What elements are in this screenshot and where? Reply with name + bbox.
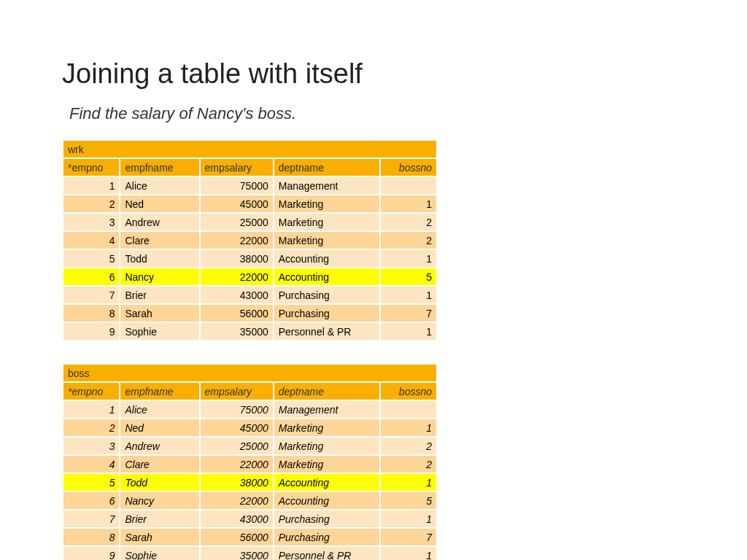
column-header-bossno: bossno: [380, 158, 437, 176]
boss-table: boss*empnoempfnameempsalarydeptnamebossn…: [62, 363, 438, 560]
table-row: 8Sarah56000Purchasing7: [63, 304, 437, 322]
table-row: 2Ned45000Marketing1: [63, 419, 437, 437]
page-title: Joining a table with itself: [62, 58, 685, 90]
column-header-empsalary: empsalary: [200, 158, 274, 176]
page-subtitle: Find the salary of Nancy's boss.: [62, 104, 685, 123]
table-row: 3Andrew25000Marketing2: [63, 437, 437, 455]
table-name: boss: [63, 364, 437, 382]
table-row: 3Andrew25000Marketing2: [63, 213, 437, 231]
column-header-empno: *empno: [63, 158, 120, 176]
table-row: 7Brier43000Purchasing1: [63, 286, 437, 304]
column-header-deptname: deptname: [274, 158, 381, 176]
wrk-table: wrk*empnoempfnameempsalarydeptnamebossno…: [62, 139, 438, 341]
table-row: 4Clare22000Marketing2: [63, 455, 437, 473]
table-row: 1Alice75000Management: [63, 400, 437, 419]
table-row: 5Todd38000Accounting1: [63, 249, 437, 268]
table-row: 4Clare22000Marketing2: [63, 231, 437, 249]
table-row: 2Ned45000Marketing1: [63, 195, 437, 213]
column-header-empno: *empno: [63, 382, 120, 400]
table-row: 9Sophie35000Personnel & PR1: [63, 546, 437, 560]
column-header-deptname: deptname: [274, 382, 381, 400]
column-header-empfname: empfname: [120, 382, 199, 400]
table-row: 1Alice75000Management: [63, 176, 437, 195]
table-name: wrk: [63, 140, 437, 158]
column-header-bossno: bossno: [380, 382, 437, 400]
table-row: 8Sarah56000Purchasing7: [63, 528, 437, 546]
column-header-empfname: empfname: [120, 158, 199, 176]
table-row: 5Todd38000Accounting1: [63, 473, 437, 491]
table-row: 9Sophie35000Personnel & PR1: [63, 322, 437, 341]
table-row: 6Nancy22000Accounting5: [63, 491, 437, 510]
column-header-empsalary: empsalary: [200, 382, 274, 400]
table-row: 6Nancy22000Accounting5: [63, 268, 437, 286]
table-row: 7Brier43000Purchasing1: [63, 510, 437, 528]
